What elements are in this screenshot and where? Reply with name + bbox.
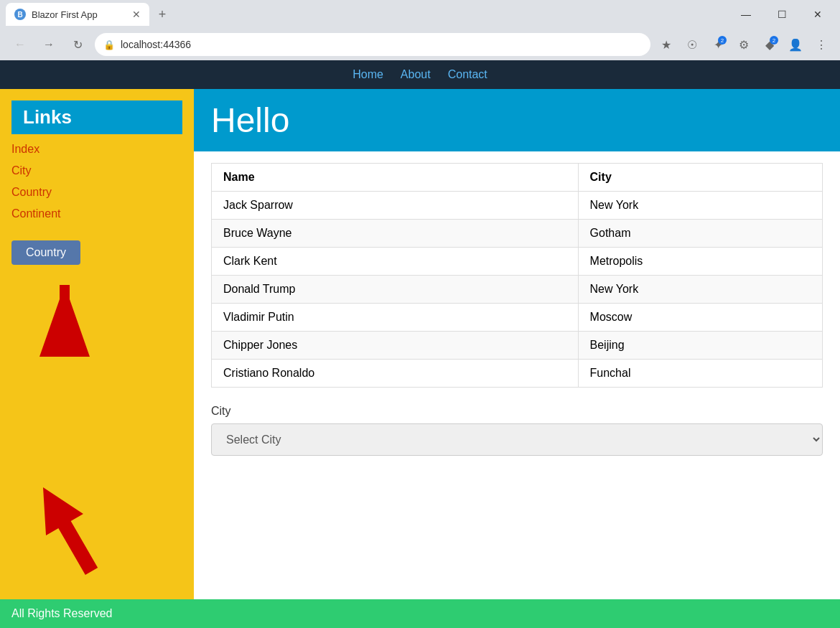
table-row: Cristiano RonaldoFunchal (212, 360, 823, 388)
table-row: Vladimir PutinMoscow (212, 304, 823, 332)
sidebar: Links Index City Country Continent Count… (0, 89, 194, 599)
filter-label: City (211, 405, 823, 418)
cell-city: New York (578, 192, 822, 220)
country-button[interactable]: Country (11, 240, 80, 265)
cell-city: Metropolis (578, 248, 822, 276)
cell-name: Chipper Jones (212, 332, 579, 360)
maximize-button[interactable]: ☐ (765, 3, 798, 26)
cell-name: Bruce Wayne (212, 220, 579, 248)
browser-titlebar: B Blazor First App ✕ + — ☐ ✕ (0, 0, 840, 29)
table-header-row: Name City (212, 164, 823, 192)
lock-icon: 🔒 (103, 39, 115, 50)
data-table: Name City Jack SparrowNew YorkBruce Wayn… (211, 163, 823, 388)
table-row: Jack SparrowNew York (212, 192, 823, 220)
cell-name: Jack Sparrow (212, 192, 579, 220)
footer-text: All Rights Reserved (11, 607, 113, 620)
back-button[interactable]: ← (9, 33, 32, 56)
sidebar-header: Links (11, 100, 182, 134)
table-container: Name City Jack SparrowNew YorkBruce Wayn… (194, 151, 840, 399)
sidebar-link-city[interactable]: City (11, 161, 182, 180)
app-navbar: Home About Contact (0, 60, 840, 89)
arrow-annotation (7, 467, 122, 585)
new-tab-button[interactable]: + (152, 4, 172, 24)
address-text: localhost:44366 (121, 39, 642, 50)
sidebar-links: Index City Country Continent (0, 134, 194, 229)
col-header-city: City (578, 164, 822, 192)
refresh-button[interactable]: ↻ (66, 33, 89, 56)
cell-name: Clark Kent (212, 248, 579, 276)
table-row: Clark KentMetropolis (212, 248, 823, 276)
extension-icon-2[interactable]: ◆ (760, 34, 780, 55)
main-area: Links Index City Country Continent Count… (0, 89, 840, 599)
browser-tab-title: Blazor First App (32, 9, 98, 20)
nav-contact[interactable]: Contact (448, 68, 487, 81)
app-footer: All Rights Reserved (0, 599, 840, 628)
hello-heading: Hello (211, 100, 823, 140)
cell-name: Cristiano Ronaldo (212, 360, 579, 388)
nav-home[interactable]: Home (353, 68, 383, 81)
sidebar-link-continent[interactable]: Continent (11, 205, 182, 223)
table-row: Donald TrumpNew York (212, 276, 823, 304)
filter-section: City Select CityNew YorkGothamMetropolis… (194, 399, 840, 473)
tab-close-icon[interactable]: ✕ (132, 9, 141, 20)
profile-icon[interactable]: 👤 (785, 34, 806, 55)
browser-tab-icon: B (14, 9, 26, 20)
cell-city: New York (578, 276, 822, 304)
col-header-name: Name (212, 164, 579, 192)
forward-button[interactable]: → (37, 33, 60, 56)
cell-city: Gotham (578, 220, 822, 248)
bookmark-icon[interactable]: ★ (656, 34, 676, 55)
menu-icon[interactable]: ⋮ (811, 34, 831, 55)
window-controls: — ☐ ✕ (729, 3, 834, 26)
sidebar-link-country[interactable]: Country (11, 183, 182, 202)
hello-banner: Hello (194, 89, 840, 151)
city-filter-select[interactable]: Select CityNew YorkGothamMetropolisMosco… (211, 423, 823, 456)
close-button[interactable]: ✕ (801, 3, 834, 26)
browser-actions: ★ ☉ ✦ ⚙ ◆ 👤 ⋮ (656, 34, 831, 55)
cell-city: Moscow (578, 304, 822, 332)
cell-name: Vladimir Putin (212, 304, 579, 332)
annotation-arrow (22, 271, 108, 357)
puzzle-icon[interactable]: ⚙ (734, 34, 754, 55)
address-bar[interactable]: 🔒 localhost:44366 (95, 33, 650, 56)
table-row: Chipper JonesBeijing (212, 332, 823, 360)
extension-icon-1[interactable]: ✦ (708, 34, 728, 55)
browser-addressbar: ← → ↻ 🔒 localhost:44366 ★ ☉ ✦ ⚙ ◆ 👤 ⋮ (0, 29, 840, 60)
cell-name: Donald Trump (212, 276, 579, 304)
browser-tab[interactable]: B Blazor First App ✕ (6, 3, 149, 26)
sidebar-link-index[interactable]: Index (11, 140, 182, 159)
shield-icon[interactable]: ☉ (682, 34, 702, 55)
cell-city: Funchal (578, 360, 822, 388)
cell-city: Beijing (578, 332, 822, 360)
svg-marker-2 (24, 477, 110, 582)
browser-chrome: B Blazor First App ✕ + — ☐ ✕ ← → ↻ 🔒 loc… (0, 0, 840, 60)
app-container: Home About Contact Links Index City Coun… (0, 60, 840, 628)
main-content: Hello Name City Jack SparrowNew YorkBruc… (194, 89, 840, 599)
nav-about[interactable]: About (401, 68, 431, 81)
minimize-button[interactable]: — (729, 3, 762, 26)
table-row: Bruce WayneGotham (212, 220, 823, 248)
